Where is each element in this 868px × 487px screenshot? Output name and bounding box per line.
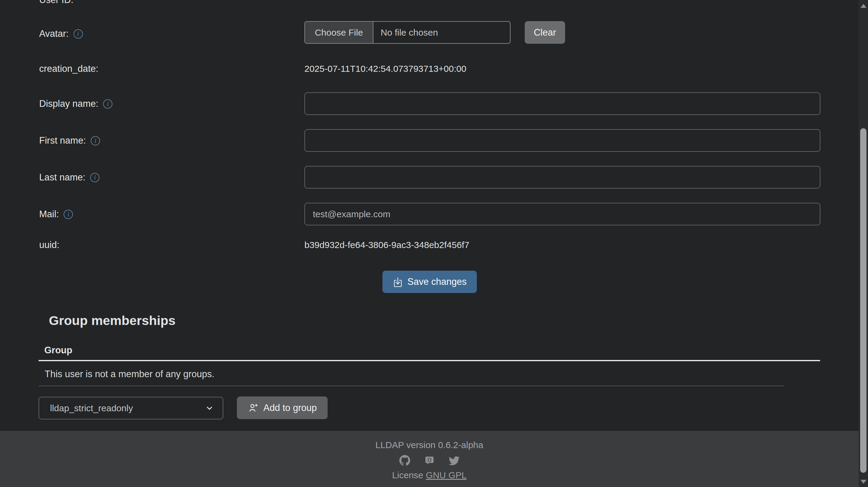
creation-date-value: 2025-07-11T10:42:54.073793713+00:00 bbox=[304, 64, 466, 74]
chevron-down-icon bbox=[205, 404, 214, 412]
license-link[interactable]: GNU GPL bbox=[426, 470, 467, 480]
save-icon bbox=[393, 277, 403, 287]
group-select[interactable]: lldap_strict_readonly bbox=[38, 397, 223, 420]
user-details-page: User ID: Avatar: Choose File No file cho… bbox=[0, 0, 868, 487]
mail-input[interactable] bbox=[304, 203, 820, 225]
info-icon[interactable] bbox=[90, 173, 99, 182]
uuid-label: uuid: bbox=[39, 239, 59, 251]
group-select-value: lldap_strict_readonly bbox=[50, 403, 133, 413]
vertical-scrollbar[interactable] bbox=[859, 0, 868, 487]
info-icon[interactable] bbox=[91, 136, 100, 145]
group-empty-message: This user is not a member of any groups. bbox=[44, 369, 214, 379]
group-memberships-heading: Group memberships bbox=[49, 313, 176, 328]
save-button-label: Save changes bbox=[407, 277, 467, 287]
display-name-input[interactable] bbox=[304, 92, 820, 115]
creation-date-label: creation_date: bbox=[39, 63, 98, 74]
license-label: License bbox=[392, 470, 426, 480]
group-column-header: Group bbox=[44, 345, 72, 356]
version-text: LLDAP version 0.6.2-alpha bbox=[375, 440, 483, 450]
twitter-icon[interactable] bbox=[449, 455, 460, 466]
first-name-label: First name: bbox=[39, 135, 86, 146]
avatar-file-input[interactable]: Choose File No file chosen bbox=[304, 21, 510, 44]
last-name-label: Last name: bbox=[39, 172, 85, 183]
footer: LLDAP version 0.6.2-alpha bbox=[0, 431, 859, 487]
display-name-label: Display name: bbox=[39, 98, 98, 109]
info-icon[interactable] bbox=[73, 29, 83, 39]
scrollbar-thumb[interactable] bbox=[860, 128, 867, 473]
group-empty-row: This user is not a member of any groups. bbox=[38, 363, 784, 386]
choose-file-button[interactable]: Choose File bbox=[305, 22, 373, 43]
save-changes-button[interactable]: Save changes bbox=[382, 271, 477, 293]
scroll-down-arrow[interactable] bbox=[861, 480, 867, 484]
file-status-text: No file chosen bbox=[373, 22, 510, 43]
add-to-group-button[interactable]: Add to group bbox=[237, 397, 328, 419]
scroll-up-arrow[interactable] bbox=[861, 4, 867, 8]
avatar-label: Avatar: bbox=[39, 28, 69, 39]
github-icon[interactable] bbox=[399, 455, 410, 466]
add-to-group-label: Add to group bbox=[264, 402, 317, 413]
info-icon[interactable] bbox=[64, 210, 73, 219]
group-table-header: Group bbox=[38, 340, 820, 361]
last-name-input[interactable] bbox=[304, 166, 820, 189]
person-plus-icon bbox=[248, 402, 259, 413]
info-icon[interactable] bbox=[103, 99, 113, 109]
uuid-value: b39d932d-fe64-3806-9ac3-348eb2f456f7 bbox=[304, 240, 469, 250]
user-id-label: User ID: bbox=[39, 0, 73, 5]
first-name-input[interactable] bbox=[304, 129, 820, 152]
discord-icon[interactable] bbox=[424, 455, 435, 466]
mail-label: Mail: bbox=[39, 209, 59, 220]
clear-avatar-button[interactable]: Clear bbox=[525, 21, 565, 44]
